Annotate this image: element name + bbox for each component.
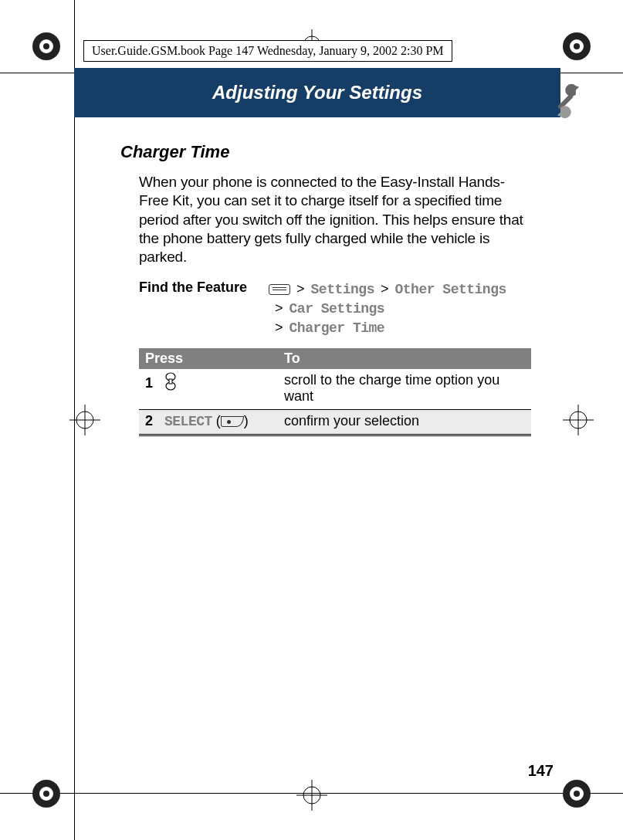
- svg-point-8: [43, 791, 49, 797]
- body-paragraph: When your phone is connected to the Easy…: [139, 173, 531, 267]
- registration-mark-icon: [560, 777, 594, 811]
- svg-rect-27: [169, 379, 172, 384]
- registration-mark-icon: [560, 29, 594, 63]
- table-row: 2 SELECT () confirm your selection: [139, 410, 531, 435]
- crosshair-icon: [296, 780, 327, 811]
- section-title: Charger Time: [120, 142, 531, 162]
- svg-point-11: [574, 791, 580, 797]
- path-settings: Settings: [311, 282, 374, 297]
- crosshair-icon: [563, 405, 594, 435]
- path-car-settings: Car Settings: [289, 301, 385, 317]
- table-row: 1 scroll to the charge time option you w…: [139, 369, 531, 410]
- col-press: Press: [139, 348, 278, 369]
- chapter-title: Adjusting Your Settings: [212, 82, 422, 103]
- step-description: scroll to the charge time option you wan…: [278, 369, 531, 410]
- step-number: 2: [145, 413, 161, 429]
- step-description: confirm your selection: [278, 410, 531, 435]
- page-number: 147: [528, 762, 554, 780]
- wrench-icon: [547, 80, 589, 122]
- menu-key-icon: [269, 284, 290, 295]
- running-header: User.Guide.GSM.book Page 147 Wednesday, …: [83, 40, 452, 62]
- chapter-banner: Adjusting Your Settings: [74, 68, 560, 117]
- step-number: 1: [145, 375, 161, 391]
- find-feature-label: Find the Feature: [139, 279, 269, 338]
- path-separator: >: [381, 281, 389, 296]
- path-other-settings: Other Settings: [395, 282, 506, 297]
- crosshair-icon: [69, 405, 100, 435]
- svg-point-5: [574, 43, 580, 49]
- registration-mark-icon: [29, 29, 63, 63]
- find-feature-path: > Settings > Other Settings > Car Settin…: [269, 279, 506, 338]
- path-separator: >: [275, 300, 283, 316]
- softkey-icon: [221, 416, 244, 427]
- find-the-feature: Find the Feature > Settings > Other Sett…: [139, 279, 531, 338]
- path-charger-time: Charger Time: [289, 320, 385, 336]
- steps-table: Press To 1 scroll to the charge time op: [139, 348, 531, 436]
- path-separator: >: [275, 320, 283, 335]
- registration-mark-icon: [29, 777, 63, 811]
- nav-key-icon: [164, 372, 177, 395]
- path-separator: >: [296, 281, 305, 296]
- select-label: SELECT: [164, 414, 212, 429]
- col-to: To: [278, 348, 531, 369]
- svg-point-2: [43, 43, 49, 49]
